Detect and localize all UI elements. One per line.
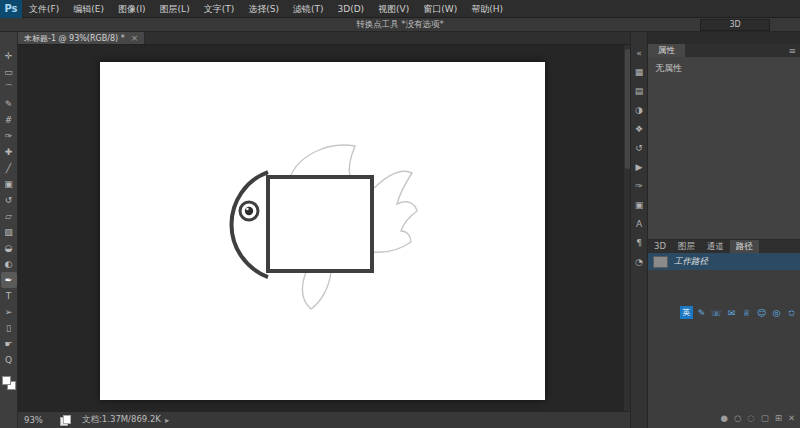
brush-tool[interactable]: ╱ bbox=[1, 160, 17, 176]
taskbar-store-icon[interactable]: ♕ bbox=[740, 306, 753, 319]
swatches-panel-icon[interactable]: ▤ bbox=[632, 84, 647, 98]
footer-icon-glyph: ○ bbox=[734, 413, 741, 423]
crop-tool[interactable]: # bbox=[1, 112, 17, 128]
panel-menu-icon[interactable]: ≡ bbox=[788, 46, 796, 56]
menu-item[interactable]: 图像(I) bbox=[111, 0, 153, 18]
lasso-tool[interactable]: ⌒ bbox=[1, 80, 17, 96]
shape-tool[interactable]: ▯ bbox=[1, 320, 17, 336]
pen-tool[interactable]: ✒ bbox=[1, 272, 17, 288]
paragraph-panel-icon[interactable]: ¶ bbox=[632, 236, 647, 250]
status-expand-icon[interactable]: ▸ bbox=[165, 415, 169, 425]
close-icon[interactable]: × bbox=[131, 33, 139, 43]
footer-icon-glyph: ● bbox=[720, 413, 727, 423]
collapse-panels-icon[interactable]: « bbox=[632, 46, 647, 60]
tool-options-hint: 转换点工具 *没有选项* bbox=[356, 19, 444, 31]
vertical-scrollbar[interactable] bbox=[623, 45, 630, 411]
menu-item[interactable]: 文件(F) bbox=[22, 0, 66, 18]
taskbar-pen-icon[interactable]: ✎ bbox=[695, 306, 708, 319]
footer-icon-glyph: ▢ bbox=[761, 413, 769, 423]
panel-tab-label: 3D bbox=[654, 241, 666, 251]
document-tab-title: 未标题-1 @ 93%(RGB/8) * bbox=[24, 33, 125, 44]
foreground-color-swatch[interactable] bbox=[2, 376, 11, 385]
eyedropper-tool[interactable]: ✑ bbox=[1, 128, 17, 144]
healing-brush-tool[interactable]: ✚ bbox=[1, 144, 17, 160]
adjustments-panel-icon[interactable]: ◑ bbox=[632, 103, 647, 117]
load-selection-icon[interactable]: ◌ bbox=[747, 413, 754, 423]
timeline-panel-icon[interactable]: ◔ bbox=[632, 255, 647, 269]
gradient-tool[interactable]: ▨ bbox=[1, 224, 17, 240]
vector-mask-icon[interactable]: ▢ bbox=[761, 413, 769, 423]
taskbar-icon-glyph: ✎ bbox=[698, 308, 706, 318]
tab-layers[interactable]: 图层 bbox=[672, 240, 701, 253]
brush-presets-panel-icon[interactable]: ✑ bbox=[632, 179, 647, 193]
menu-items: 文件(F)编辑(E)图像(I)图层(L)文字(T)选择(S)滤镜(T)3D(D)… bbox=[22, 0, 510, 18]
menu-item[interactable]: 图层(L) bbox=[153, 0, 197, 18]
path-selection-tool[interactable]: ➢ bbox=[1, 304, 17, 320]
menu-item[interactable]: 文字(T) bbox=[197, 0, 242, 18]
taskbar-star-icon[interactable]: ✩ bbox=[785, 306, 798, 319]
menu-item[interactable]: 3D(D) bbox=[330, 0, 371, 18]
taskbar-user-icon[interactable]: ☺ bbox=[755, 306, 768, 319]
tail-fin-path bbox=[372, 171, 417, 252]
panel-icon-glyph: ✑ bbox=[635, 181, 643, 191]
menu-item[interactable]: 视图(V) bbox=[371, 0, 416, 18]
taskbar-overlay: 英✎☏✉♕☺◎✩ bbox=[680, 306, 798, 319]
input-method-icon[interactable]: 英 bbox=[680, 306, 693, 319]
menu-item[interactable]: 滤镜(T) bbox=[286, 0, 331, 18]
tool-glyph: T bbox=[6, 288, 12, 304]
taskbar-search-icon[interactable]: ◎ bbox=[770, 306, 783, 319]
workspace-3d-button[interactable]: 3D bbox=[700, 19, 770, 31]
tool-glyph: ╱ bbox=[6, 160, 11, 176]
tool-glyph: ✑ bbox=[5, 128, 13, 144]
delete-path-icon[interactable]: ✕ bbox=[788, 413, 795, 423]
document-tab-bar: 未标题-1 @ 93%(RGB/8) * × bbox=[18, 32, 630, 45]
canvas-document[interactable] bbox=[100, 62, 545, 400]
type-tool[interactable]: T bbox=[1, 288, 17, 304]
scrollbar-thumb[interactable] bbox=[625, 49, 630, 169]
tool-glyph: Q bbox=[5, 352, 12, 368]
dodge-tool[interactable]: ◐ bbox=[1, 256, 17, 272]
actions-panel-icon[interactable]: ▶ bbox=[632, 160, 647, 174]
panel-icon-glyph: ❖ bbox=[635, 124, 643, 134]
blur-tool[interactable]: ◒ bbox=[1, 240, 17, 256]
tab-properties[interactable]: 属性 bbox=[648, 44, 685, 57]
panel-icon-glyph: « bbox=[636, 48, 642, 58]
tab-3d[interactable]: 3D bbox=[648, 240, 672, 253]
taskbar-mail-icon[interactable]: ✉ bbox=[725, 306, 738, 319]
styles-panel-icon[interactable]: ❖ bbox=[632, 122, 647, 136]
eraser-tool[interactable]: ▱ bbox=[1, 208, 17, 224]
photoshop-logo: Ps bbox=[0, 0, 22, 18]
color-panel-icon[interactable]: ▦ bbox=[632, 65, 647, 79]
stroke-path-icon[interactable]: ○ bbox=[734, 413, 741, 423]
tool-glyph: ◒ bbox=[5, 240, 13, 256]
zoom-tool[interactable]: Q bbox=[1, 352, 17, 368]
taskbar-icon-glyph: 英 bbox=[683, 307, 691, 318]
rectangular-marquee-tool[interactable]: ▭ bbox=[1, 64, 17, 80]
hand-tool[interactable]: ☛ bbox=[1, 336, 17, 352]
menu-item[interactable]: 选择(S) bbox=[241, 0, 286, 18]
zoom-level-field[interactable]: 93% bbox=[24, 415, 50, 425]
fill-path-icon[interactable]: ● bbox=[720, 413, 727, 423]
tab-channels[interactable]: 通道 bbox=[701, 240, 730, 253]
tool-glyph: ✒ bbox=[5, 272, 13, 288]
quick-selection-tool[interactable]: ✎ bbox=[1, 96, 17, 112]
taskbar-phone-icon[interactable]: ☏ bbox=[710, 306, 723, 319]
work-path-item[interactable]: 工作路径 bbox=[648, 253, 800, 270]
history-brush-tool[interactable]: ↺ bbox=[1, 192, 17, 208]
character-panel-icon[interactable]: A bbox=[632, 217, 647, 231]
tab-paths[interactable]: 路径 bbox=[730, 240, 759, 253]
tool-glyph: ✎ bbox=[5, 96, 13, 112]
new-path-icon[interactable]: ⊞ bbox=[775, 413, 782, 423]
menu-item[interactable]: 窗口(W) bbox=[416, 0, 464, 18]
clone-source-panel-icon[interactable]: ▣ bbox=[632, 198, 647, 212]
fish-body-shape bbox=[268, 177, 372, 271]
move-tool[interactable]: ✛ bbox=[1, 48, 17, 64]
menu-item[interactable]: 帮助(H) bbox=[464, 0, 510, 18]
menu-item[interactable]: 编辑(E) bbox=[66, 0, 111, 18]
panel-icon-glyph: A bbox=[636, 219, 642, 229]
clone-stamp-tool[interactable]: ▣ bbox=[1, 176, 17, 192]
path-thumbnail[interactable] bbox=[653, 256, 668, 268]
collapsed-panels-strip: «▦▤◑❖↺▶✑▣A¶◔ bbox=[630, 32, 648, 428]
document-tab[interactable]: 未标题-1 @ 93%(RGB/8) * × bbox=[18, 32, 145, 44]
history-panel-icon[interactable]: ↺ bbox=[632, 141, 647, 155]
